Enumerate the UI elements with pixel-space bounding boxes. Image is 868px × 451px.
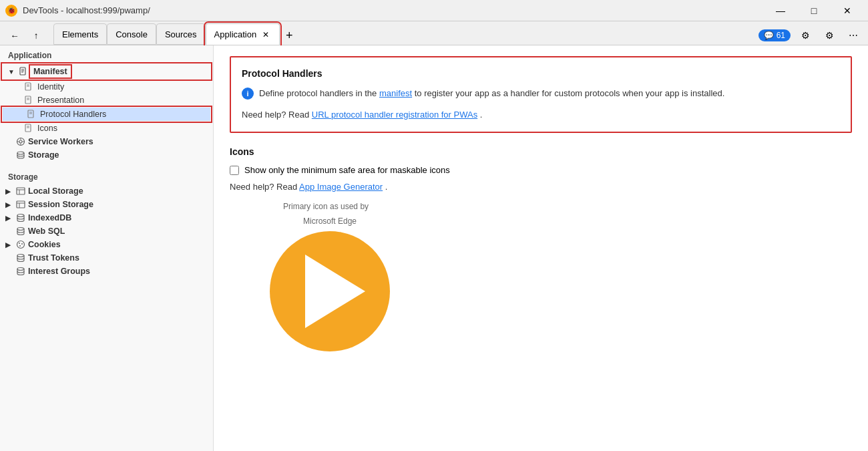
icons-help: Need help? Read App Image Generator . [230,180,852,194]
title-bar-left: 🐞 DevTools - localhost:999/pwamp/ [5,5,150,17]
tab-application-close[interactable]: ✕ [260,29,271,40]
ms-edge-label: Microsoft Edge [303,216,357,226]
issues-count: 61 [777,31,785,40]
sidebar-indexeddb[interactable]: ▶ IndexedDB [0,211,213,224]
sidebar-manifest-group[interactable]: ▼ Manifest [3,64,210,79]
sidebar-service-workers-label: Service Workers [28,137,93,146]
protocol-handlers-help: Need help? Read URL protocol handler reg… [242,108,840,122]
presentation-file-icon [24,96,33,105]
sidebar-cookies[interactable]: ▶ Cookies [0,238,213,251]
forward-button[interactable]: ↑ [27,26,45,45]
maximize-button[interactable]: □ [799,0,829,21]
window-controls: — □ ✕ [765,0,863,21]
more-button[interactable]: ⋯ [844,26,863,45]
protocol-handlers-info: i Define protocol handlers in the manife… [242,87,840,100]
protocol-file-icon [27,110,36,119]
maskable-icons-checkbox-row: Show only the minimum safe area for mask… [230,165,852,175]
tab-console-label: Console [116,29,148,39]
minimize-button[interactable]: — [765,0,796,21]
devices-button[interactable]: ⚙ [820,26,839,45]
app-icon-circle [270,231,390,351]
svg-point-31 [17,241,25,249]
svg-point-22 [17,152,24,154]
session-storage-icon [16,200,25,209]
websql-icon [16,227,25,236]
help-text-after: . [480,110,483,120]
sidebar-interest-groups[interactable]: Interest Groups [0,265,213,278]
tab-elements-label: Elements [62,29,98,39]
sidebar-local-storage[interactable]: ▶ Local Storage [0,184,213,198]
pwa-handler-link[interactable]: URL protocol handler registration for PW… [312,110,477,120]
svg-point-33 [21,243,23,245]
svg-rect-23 [17,188,25,194]
manifest-file-icon [19,67,28,76]
sidebar-session-storage-label: Session Storage [28,200,93,209]
storage-icon [16,150,25,160]
sidebar-indexeddb-label: IndexedDB [28,213,71,222]
sidebar-websql[interactable]: Web SQL [0,224,213,238]
tab-application-label: Application [214,29,257,39]
trust-tokens-icon [16,253,25,263]
svg-point-32 [19,243,20,244]
sidebar-identity[interactable]: Identity [0,80,213,94]
app-image-generator-link[interactable]: App Image Generator [299,182,383,192]
icons-file-icon [24,124,33,133]
manifest-arrow-icon: ▼ [8,68,16,76]
tab-add-button[interactable]: + [280,26,298,45]
session-storage-arrow-icon: ▶ [5,201,13,208]
sidebar-websql-label: Web SQL [28,227,65,236]
protocol-handlers-title: Protocol Handlers [242,68,840,79]
sidebar-interest-groups-label: Interest Groups [28,267,90,276]
identity-file-icon [24,82,33,92]
sidebar-local-storage-label: Local Storage [28,186,83,196]
manifest-link[interactable]: manifest [379,88,412,98]
tab-console[interactable]: Console [107,23,156,45]
primary-icon-label: Primary icon as used by [283,202,369,211]
sidebar-session-storage[interactable]: ▶ Session Storage [0,198,213,211]
sidebar: Application ▼ Manifest [0,45,214,451]
tab-sources-label: Sources [165,29,197,39]
sidebar-identity-label: Identity [37,82,64,92]
info-text-before: Define protocol handlers in the [259,88,377,98]
issues-badge[interactable]: 💬 61 [758,29,791,41]
sidebar-presentation-label: Presentation [37,96,84,105]
issues-icon: 💬 [764,31,774,40]
icons-section: Icons Show only the minimum safe area fo… [230,146,852,351]
cookies-arrow-icon: ▶ [5,241,13,249]
sidebar-storage-item[interactable]: Storage [0,148,213,162]
service-workers-icon [16,137,25,146]
sidebar-manifest-label: Manifest [31,66,70,77]
sidebar-service-workers[interactable]: Service Workers [0,135,213,148]
icons-help-before: Need help? Read [230,182,297,192]
sidebar-protocol-handlers[interactable]: Protocol Handlers [3,108,210,121]
icons-help-after: . [385,182,388,192]
sidebar-presentation[interactable]: Presentation [0,94,213,107]
close-button[interactable]: ✕ [832,0,863,21]
maskable-icons-label: Show only the minimum safe area for mask… [244,165,450,175]
tab-sources[interactable]: Sources [156,23,206,45]
tab-bar: ← ↑ Elements Console Sources Application… [0,21,868,45]
tab-bar-right: 💬 61 ⚙ ⚙ ⋯ [758,26,863,45]
settings-button[interactable]: ⚙ [796,26,815,45]
play-triangle-icon [305,255,365,328]
sidebar-icons[interactable]: Icons [0,122,213,135]
svg-point-35 [17,255,24,257]
sidebar-trust-tokens[interactable]: Trust Tokens [0,251,213,265]
svg-point-17 [19,140,22,143]
info-icon: i [242,88,254,100]
main-layout: Application ▼ Manifest [0,45,868,451]
protocol-handlers-description: Define protocol handlers in the manifest… [259,87,724,100]
protocol-handlers-section: Protocol Handlers i Define protocol hand… [230,56,852,133]
sidebar-app-title: Application [0,45,213,63]
maskable-icons-checkbox[interactable] [230,166,239,175]
tab-elements[interactable]: Elements [53,23,107,45]
cookies-icon [16,240,25,249]
tab-bar-left-controls: ← ↑ [5,26,45,45]
icons-title: Icons [230,146,852,157]
sidebar-cookies-label: Cookies [28,240,61,249]
tab-application[interactable]: Application ✕ [206,23,280,45]
title-bar: 🐞 DevTools - localhost:999/pwamp/ — □ ✕ [0,0,868,21]
back-button[interactable]: ← [5,26,24,45]
sidebar-storage-label: Storage [28,150,59,160]
svg-rect-26 [17,201,25,208]
